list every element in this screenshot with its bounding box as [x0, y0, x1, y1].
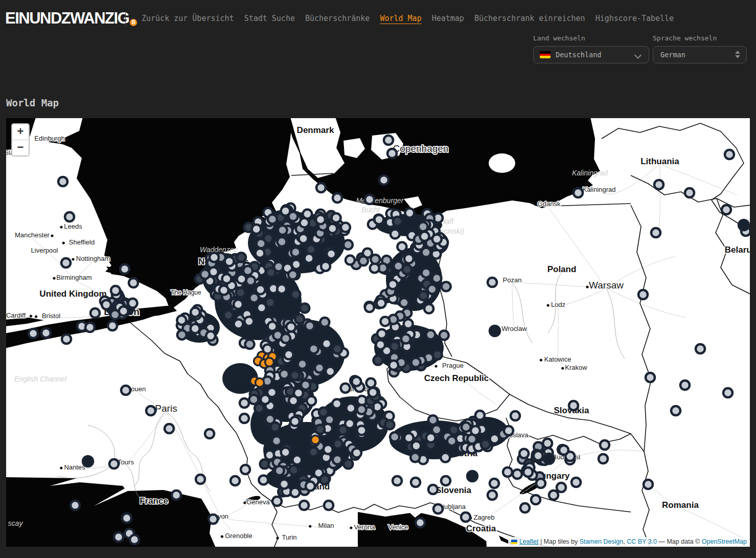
library-marker[interactable]	[240, 398, 249, 408]
library-marker[interactable]	[289, 465, 299, 475]
library-marker[interactable]	[324, 445, 333, 454]
library-marker[interactable]	[394, 261, 403, 271]
library-marker[interactable]	[240, 414, 249, 423]
cc-link[interactable]: CC BY 3.0	[627, 538, 657, 545]
library-marker[interactable]	[441, 476, 450, 485]
library-marker[interactable]	[122, 514, 131, 523]
library-marker[interactable]	[488, 490, 497, 500]
library-marker[interactable]	[121, 386, 130, 395]
library-marker[interactable]	[255, 404, 264, 413]
library-marker[interactable]	[305, 321, 314, 330]
library-marker[interactable]	[256, 285, 265, 294]
library-marker[interactable]	[377, 329, 386, 339]
library-marker[interactable]	[130, 535, 139, 544]
library-marker[interactable]	[384, 136, 393, 145]
library-marker[interactable]	[249, 395, 258, 404]
library-marker[interactable]	[644, 480, 653, 489]
library-marker[interactable]	[61, 258, 71, 267]
library-marker[interactable]	[281, 334, 290, 343]
library-marker[interactable]	[543, 439, 552, 448]
library-marker[interactable]	[333, 439, 342, 449]
library-marker[interactable]	[268, 322, 277, 331]
library-marker[interactable]	[461, 512, 470, 522]
library-marker[interactable]	[419, 291, 428, 300]
library-marker[interactable]	[411, 478, 420, 487]
library-marker[interactable]	[569, 401, 578, 410]
library-marker[interactable]	[309, 344, 318, 353]
library-marker[interactable]	[281, 448, 290, 457]
library-marker[interactable]	[165, 424, 174, 433]
library-marker[interactable]	[236, 288, 245, 297]
library-marker[interactable]	[654, 180, 663, 189]
library-marker[interactable]	[252, 225, 261, 234]
library-marker[interactable]	[442, 282, 451, 291]
library-marker[interactable]	[327, 250, 336, 259]
osm-link[interactable]: OpenStreetMap	[702, 538, 747, 545]
library-marker[interactable]	[725, 150, 734, 159]
library-marker[interactable]	[320, 475, 329, 484]
library-marker[interactable]	[534, 451, 543, 460]
library-marker[interactable]	[393, 217, 402, 226]
library-marker[interactable]	[315, 364, 324, 373]
country-select[interactable]: Deutschland	[533, 46, 649, 63]
zoom-out-button[interactable]: −	[12, 140, 29, 155]
library-marker[interactable]	[571, 478, 581, 487]
library-marker[interactable]	[71, 501, 80, 510]
library-marker[interactable]	[387, 149, 397, 158]
library-marker[interactable]	[365, 303, 374, 312]
library-marker[interactable]	[544, 454, 554, 464]
library-marker[interactable]	[513, 470, 522, 479]
library-marker[interactable]	[177, 316, 186, 325]
library-marker[interactable]	[371, 255, 380, 264]
library-marker[interactable]	[410, 453, 420, 462]
library-marker[interactable]	[599, 454, 608, 463]
library-marker[interactable]	[504, 426, 513, 435]
library-marker[interactable]	[519, 449, 529, 458]
library-marker[interactable]	[205, 429, 214, 438]
library-marker[interactable]	[108, 321, 117, 330]
library-marker[interactable]	[357, 405, 366, 414]
library-marker[interactable]	[447, 436, 456, 445]
library-marker[interactable]	[210, 253, 219, 262]
library-marker[interactable]	[316, 215, 325, 224]
library-marker[interactable]	[369, 388, 378, 397]
library-marker[interactable]	[306, 482, 315, 491]
library-marker[interactable]	[365, 195, 374, 204]
library-marker[interactable]	[298, 360, 307, 369]
library-marker[interactable]	[102, 300, 111, 309]
library-marker[interactable]	[385, 420, 394, 429]
leaflet-link[interactable]: Leaflet	[519, 538, 539, 545]
library-marker[interactable]	[343, 459, 353, 468]
library-marker[interactable]	[404, 319, 413, 328]
library-marker[interactable]	[249, 294, 259, 303]
library-marker[interactable]	[462, 422, 471, 432]
library-marker[interactable]	[490, 434, 499, 443]
library-marker[interactable]	[191, 308, 200, 317]
library-marker[interactable]	[290, 488, 300, 497]
library-marker[interactable]	[531, 495, 540, 504]
library-marker[interactable]	[231, 476, 240, 485]
library-marker[interactable]	[280, 480, 289, 489]
library-marker[interactable]	[557, 483, 566, 492]
library-marker[interactable]	[600, 440, 609, 450]
library-marker[interactable]	[420, 232, 429, 241]
library-marker[interactable]	[346, 404, 355, 413]
library-marker[interactable]	[651, 228, 660, 237]
library-marker[interactable]	[388, 280, 397, 289]
library-marker[interactable]	[62, 334, 71, 344]
library-marker[interactable]	[490, 479, 499, 488]
library-marker[interactable]	[270, 422, 280, 432]
nav-item-world-map[interactable]: World Map	[380, 14, 421, 23]
library-marker[interactable]	[490, 326, 500, 336]
library-marker[interactable]	[343, 240, 353, 250]
library-marker[interactable]	[29, 329, 38, 338]
library-marker[interactable]	[428, 415, 438, 425]
library-marker[interactable]	[245, 340, 255, 349]
library-marker[interactable]	[277, 284, 286, 294]
library-marker[interactable]	[244, 317, 254, 326]
library-marker[interactable]	[424, 304, 433, 314]
library-marker[interactable]	[237, 274, 246, 283]
library-marker[interactable]	[449, 426, 459, 435]
library-marker[interactable]	[428, 485, 438, 494]
library-marker[interactable]	[481, 440, 490, 449]
